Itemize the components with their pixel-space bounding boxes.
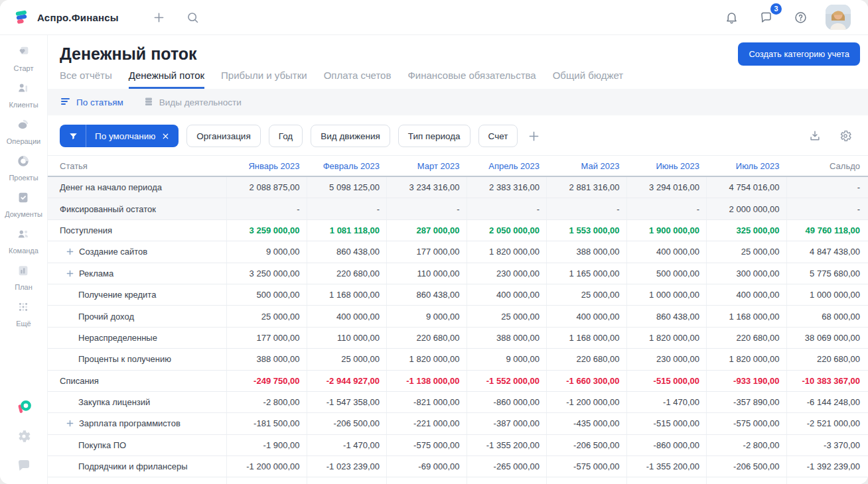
sidebar-item-старт[interactable]: Старт bbox=[5, 44, 42, 72]
help-icon bbox=[794, 11, 808, 25]
sidebar-settings-button[interactable] bbox=[16, 428, 32, 444]
subtab-виды-деятельности[interactable]: Виды деятельности bbox=[143, 96, 242, 109]
expand-plus-icon[interactable] bbox=[66, 420, 74, 427]
filter-chip-год[interactable]: Год bbox=[269, 125, 303, 147]
cell-value: -1 392 239,00 bbox=[786, 456, 868, 477]
active-filter-chip[interactable]: По умолчанию bbox=[60, 125, 179, 147]
sidebar-item-label: Ещё bbox=[16, 320, 31, 328]
expand-plus-icon[interactable] bbox=[66, 248, 74, 255]
sidebar-item-документы[interactable]: Документы bbox=[5, 190, 42, 218]
row-label: Списания bbox=[60, 376, 99, 386]
cell-value: -1 138 000,00 bbox=[386, 371, 467, 391]
expand-plus-icon[interactable] bbox=[66, 270, 74, 277]
cell-value: -821 000,00 bbox=[386, 477, 467, 484]
table-row[interactable]: Покупка ПО-1 900,00-1 470,00-575 000,00-… bbox=[48, 435, 868, 456]
row-label-cell: Поступления bbox=[48, 225, 226, 235]
avatar-photo bbox=[826, 5, 851, 30]
row-label: Нераспределенные bbox=[78, 333, 157, 343]
add-button[interactable] bbox=[149, 8, 169, 27]
sidebar-chat-button[interactable] bbox=[16, 457, 32, 473]
column-header-month[interactable]: Январь 2023 bbox=[226, 161, 307, 171]
row-label: Реклама bbox=[79, 269, 113, 278]
cell-value: - bbox=[786, 198, 868, 219]
filter-chip-вид-движения[interactable]: Вид движения bbox=[311, 125, 390, 147]
cell-value: -221 000,00 bbox=[386, 413, 467, 434]
row-label-cell: Покупка ПО bbox=[48, 440, 226, 450]
sidebar-item-операции[interactable]: Операции bbox=[5, 117, 42, 145]
row-label-cell: Закупка лицензий bbox=[48, 397, 226, 407]
cell-value: -1 200 000,00 bbox=[226, 456, 307, 477]
cell-value: 400 000,00 bbox=[467, 284, 547, 305]
sidebar-item-ещё[interactable]: Ещё bbox=[5, 300, 42, 328]
row-label: Закупка лицензий bbox=[78, 397, 150, 407]
table-row[interactable]: Зарплата программистов-2 800,00-1 547 35… bbox=[48, 477, 868, 484]
table-row[interactable]: Фиксированный остаток------2 000 000,00- bbox=[48, 198, 868, 219]
column-header-month[interactable]: Февраль 2023 bbox=[307, 161, 387, 171]
clear-filter-icon[interactable] bbox=[160, 132, 179, 141]
sidebar-item-проекты[interactable]: Проекты bbox=[5, 154, 42, 182]
row-label: Покупка ПО bbox=[78, 440, 126, 450]
cell-value: -435 000,00 bbox=[546, 413, 626, 434]
add-filter-button[interactable] bbox=[527, 129, 541, 143]
cell-value: -206 500,00 bbox=[307, 413, 387, 434]
table-row[interactable]: Получение кредита500 000,001 168 000,008… bbox=[48, 284, 868, 306]
messages-badge: 3 bbox=[770, 3, 782, 15]
cell-value: 110 000,00 bbox=[307, 328, 387, 348]
gear-icon bbox=[839, 129, 852, 143]
tab-оплата-счетов[interactable]: Оплата счетов bbox=[324, 70, 392, 89]
table-row[interactable]: Зарплата программистов-181 500,00-206 50… bbox=[48, 413, 868, 434]
notifications-button[interactable] bbox=[722, 8, 741, 27]
table-row[interactable]: Создание сайтов9 000,00860 438,00177 000… bbox=[48, 241, 868, 263]
column-header-month[interactable]: Апрель 2023 bbox=[467, 161, 547, 171]
sidebar-item-клиенты[interactable]: Клиенты bbox=[5, 81, 42, 109]
user-avatar[interactable] bbox=[826, 5, 851, 30]
table-row[interactable]: Поступления3 259 000,001 081 118,00287 0… bbox=[48, 220, 868, 241]
cell-value: -575 000,00 bbox=[386, 435, 467, 455]
subtab-по-статьям[interactable]: По статьям bbox=[60, 96, 123, 109]
table-row[interactable]: Денег на начало периода2 088 875,005 098… bbox=[48, 177, 868, 198]
cell-value: 1 820 000,00 bbox=[626, 328, 707, 348]
tab-финансовые-обязательства[interactable]: Финансовые обязательства bbox=[407, 70, 536, 89]
tab-денежный-поток[interactable]: Денежный поток bbox=[129, 70, 204, 89]
cell-value: -357 890,00 bbox=[706, 392, 786, 412]
filter-chip-счет[interactable]: Счет bbox=[478, 125, 518, 147]
sidebar-item-план[interactable]: План bbox=[5, 263, 42, 291]
table-row[interactable]: Прочий доход25 000,00400 000,009 000,002… bbox=[48, 306, 868, 327]
column-header-month[interactable]: Июнь 2023 bbox=[626, 161, 707, 171]
cell-value: 500 000,00 bbox=[226, 284, 307, 305]
row-label: Создание сайтов bbox=[79, 247, 147, 257]
cell-value: 25 000,00 bbox=[546, 284, 626, 305]
row-label-cell: Подрядчики и фрилансеры bbox=[48, 461, 226, 471]
table-row[interactable]: Реклама3 250 000,00220 680,00110 000,002… bbox=[48, 263, 868, 284]
column-header-month[interactable]: Май 2023 bbox=[546, 161, 626, 171]
tab-прибыли-и-убытки[interactable]: Прибыли и убытки bbox=[221, 70, 307, 89]
sidebar-item-команда[interactable]: Команда bbox=[5, 227, 42, 255]
cell-value: 388 000,00 bbox=[467, 328, 547, 348]
table-row[interactable]: Нераспределенные177 000,00110 000,00220 … bbox=[48, 328, 868, 349]
table-row[interactable]: Закупка лицензий-2 800,00-1 547 358,00-8… bbox=[48, 392, 868, 413]
filter-chip-организация[interactable]: Организация bbox=[186, 125, 260, 147]
table-settings-button[interactable] bbox=[837, 128, 853, 144]
sidebar-item-label: Операции bbox=[7, 137, 40, 145]
row-label: Поступления bbox=[60, 225, 112, 235]
cell-value: -2 944 927,00 bbox=[307, 371, 387, 391]
filter-chip-тип-периода[interactable]: Тип периода bbox=[398, 125, 470, 147]
cell-value: -2 800,00 bbox=[226, 392, 307, 412]
search-button[interactable] bbox=[183, 8, 202, 27]
table-row[interactable]: Подрядчики и фрилансеры-1 200 000,00-1 0… bbox=[48, 456, 868, 477]
aspro-brand-button[interactable] bbox=[16, 399, 32, 415]
cell-value: 1 000 000,00 bbox=[626, 284, 707, 305]
create-category-button[interactable]: Создать категорию учета bbox=[738, 42, 860, 66]
cell-value: -575 000,00 bbox=[546, 456, 626, 477]
tab-все-отчёты[interactable]: Все отчёты bbox=[60, 70, 112, 89]
cell-value: 1 165 000,00 bbox=[546, 263, 626, 284]
cashflow-table: СтатьяЯнварь 2023Февраль 2023Март 2023Ап… bbox=[48, 155, 868, 484]
column-header-month[interactable]: Март 2023 bbox=[386, 161, 467, 171]
export-button[interactable] bbox=[807, 128, 823, 144]
help-button[interactable] bbox=[791, 8, 810, 27]
app-logo[interactable]: Аспро.Финансы bbox=[13, 9, 119, 26]
table-row[interactable]: Списания-249 750,00-2 944 927,00-1 138 0… bbox=[48, 371, 868, 392]
table-row[interactable]: Проценты к получению388 000,0025 000,001… bbox=[48, 349, 868, 370]
tab-общий-бюджет[interactable]: Общий бюджет bbox=[553, 70, 624, 89]
column-header-month[interactable]: Июль 2023 bbox=[706, 161, 786, 171]
